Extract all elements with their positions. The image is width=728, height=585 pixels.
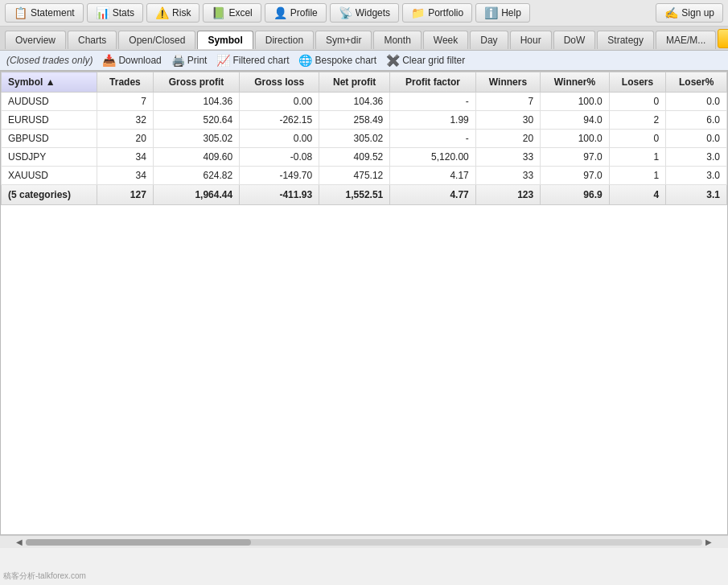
horizontal-scrollbar[interactable]: ◀ ▶ — [0, 535, 728, 548]
statement-icon: 📋 — [14, 6, 27, 19]
cell-winnerPct-3: 97.0 — [541, 148, 609, 167]
nav-signup-button[interactable]: ✍️ Sign up — [656, 3, 723, 23]
cell-grossLoss-0: 0.00 — [240, 93, 319, 111]
col-profit-factor[interactable]: Profit factor — [390, 72, 476, 93]
cell-netProfit-4: 475.12 — [319, 167, 390, 185]
tab-direction[interactable]: Direction — [255, 31, 314, 49]
tab-month[interactable]: Month — [373, 31, 421, 49]
col-winner-pct[interactable]: Winner% — [541, 72, 609, 93]
table-row: XAUUSD34624.82-149.70475.124.173397.013.… — [2, 167, 727, 185]
cell-winners-2: 20 — [475, 130, 540, 148]
cell-trades-1: 32 — [97, 111, 154, 130]
nav-statement-button[interactable]: 📋 Statement — [5, 3, 84, 23]
scroll-right-arrow[interactable]: ▶ — [702, 538, 715, 546]
cell-symbol-0: AUDUSD — [2, 93, 97, 111]
portfolio-icon: 📁 — [411, 6, 425, 19]
cell-trades-2: 20 — [97, 130, 154, 148]
symbol-table: Symbol ▲ Trades Gross profit Gross loss … — [1, 72, 727, 205]
help-icon: ℹ️ — [484, 6, 498, 19]
tab-symbol[interactable]: Symbol — [197, 31, 253, 49]
cell-winners-0: 7 — [475, 93, 540, 111]
widgets-icon: 📡 — [339, 6, 352, 19]
filter-button[interactable]: ⚙️ Filter — [718, 29, 728, 48]
filtered-chart-button[interactable]: 📈 Filtered chart — [216, 54, 289, 67]
footer-loser-pct: 3.1 — [666, 185, 727, 205]
table-row: AUDUSD7104.360.00104.36-7100.000.0 — [2, 93, 727, 111]
cell-grossProfit-4: 624.82 — [153, 167, 239, 185]
cell-grossLoss-2: 0.00 — [240, 130, 319, 148]
nav-portfolio-button[interactable]: 📁 Portfolio — [402, 3, 472, 23]
cell-loserPct-1: 6.0 — [666, 111, 727, 130]
cell-loserPct-4: 3.0 — [666, 167, 727, 185]
tab-week[interactable]: Week — [423, 31, 468, 49]
col-gross-loss[interactable]: Gross loss — [240, 72, 319, 93]
tab-day[interactable]: Day — [470, 31, 508, 49]
tab-charts[interactable]: Charts — [68, 31, 117, 49]
cell-winners-1: 30 — [475, 111, 540, 130]
tab-symdir[interactable]: Sym+dir — [315, 31, 372, 49]
cell-grossProfit-1: 520.64 — [153, 111, 239, 130]
table-header-row: Symbol ▲ Trades Gross profit Gross loss … — [2, 72, 727, 93]
footer-gross-profit: 1,964.44 — [153, 185, 239, 205]
stats-icon: 📊 — [96, 6, 109, 19]
footer-trades: 127 — [97, 185, 154, 205]
table-footer-row: (5 categories) 127 1,964.44 -411.93 1,55… — [2, 185, 727, 205]
profile-icon: 👤 — [274, 6, 287, 19]
cell-grossLoss-1: -262.15 — [240, 111, 319, 130]
col-net-profit[interactable]: Net profit — [319, 72, 390, 93]
col-losers[interactable]: Losers — [609, 72, 666, 93]
top-navigation: 📋 Statement 📊 Stats ⚠️ Risk 📗 Excel 👤 Pr… — [0, 0, 728, 27]
footer-gross-loss: -411.93 — [240, 185, 319, 205]
nav-risk-button[interactable]: ⚠️ Risk — [146, 3, 199, 23]
download-button[interactable]: 📥 Download — [102, 54, 161, 67]
scroll-thumb[interactable] — [26, 539, 251, 546]
nav-widgets-button[interactable]: 📡 Widgets — [330, 3, 399, 23]
col-trades[interactable]: Trades — [97, 72, 154, 93]
excel-icon: 📗 — [212, 6, 225, 19]
tab-dow[interactable]: DoW — [553, 31, 596, 49]
signup-icon: ✍️ — [664, 6, 678, 19]
tab-strategy[interactable]: Strategy — [597, 31, 654, 49]
scroll-track[interactable] — [26, 539, 702, 546]
print-button[interactable]: 🖨️ Print — [171, 54, 208, 67]
cell-grossLoss-4: -149.70 — [240, 167, 319, 185]
cell-loserPct-3: 3.0 — [666, 148, 727, 167]
nav-stats-button[interactable]: 📊 Stats — [87, 3, 143, 23]
table-row: USDJPY34409.60-0.08409.525,120.003397.01… — [2, 148, 727, 167]
cell-losers-2: 0 — [609, 130, 666, 148]
cell-grossProfit-2: 305.02 — [153, 130, 239, 148]
cell-netProfit-1: 258.49 — [319, 111, 390, 130]
cell-grossProfit-0: 104.36 — [153, 93, 239, 111]
bespoke-chart-button[interactable]: 🌐 Bespoke chart — [298, 54, 376, 67]
tab-mae[interactable]: MAE/M... — [656, 31, 716, 49]
col-winners[interactable]: Winners — [475, 72, 540, 93]
clear-grid-filter-button[interactable]: ✖️ Clear grid filter — [386, 54, 465, 67]
toolbar: (Closed trades only) 📥 Download 🖨️ Print… — [0, 51, 728, 71]
tab-overview[interactable]: Overview — [5, 31, 66, 49]
col-gross-profit[interactable]: Gross profit — [153, 72, 239, 93]
cell-netProfit-2: 305.02 — [319, 130, 390, 148]
tab-hour[interactable]: Hour — [510, 31, 552, 49]
clear-grid-icon: ✖️ — [386, 54, 400, 67]
tab-open-closed[interactable]: Open/Closed — [118, 31, 195, 49]
nav-profile-button[interactable]: 👤 Profile — [265, 3, 327, 23]
footer-winners: 123 — [475, 185, 540, 205]
nav-excel-button[interactable]: 📗 Excel — [203, 3, 261, 23]
cell-winnerPct-4: 97.0 — [541, 167, 609, 185]
download-icon: 📥 — [102, 54, 116, 67]
cell-profitFactor-4: 4.17 — [390, 167, 476, 185]
cell-winnerPct-1: 94.0 — [541, 111, 609, 130]
cell-profitFactor-3: 5,120.00 — [390, 148, 476, 167]
cell-symbol-2: GBPUSD — [2, 130, 97, 148]
footer-profit-factor: 4.77 — [390, 185, 476, 205]
cell-losers-4: 1 — [609, 167, 666, 185]
nav-help-button[interactable]: ℹ️ Help — [475, 3, 530, 23]
scroll-left-arrow[interactable]: ◀ — [13, 538, 26, 546]
cell-netProfit-0: 104.36 — [319, 93, 390, 111]
cell-losers-1: 2 — [609, 111, 666, 130]
col-loser-pct[interactable]: Loser% — [666, 72, 727, 93]
footer-winner-pct: 96.9 — [541, 185, 609, 205]
col-symbol[interactable]: Symbol ▲ — [2, 72, 97, 93]
cell-symbol-4: XAUUSD — [2, 167, 97, 185]
print-icon: 🖨️ — [171, 54, 185, 67]
